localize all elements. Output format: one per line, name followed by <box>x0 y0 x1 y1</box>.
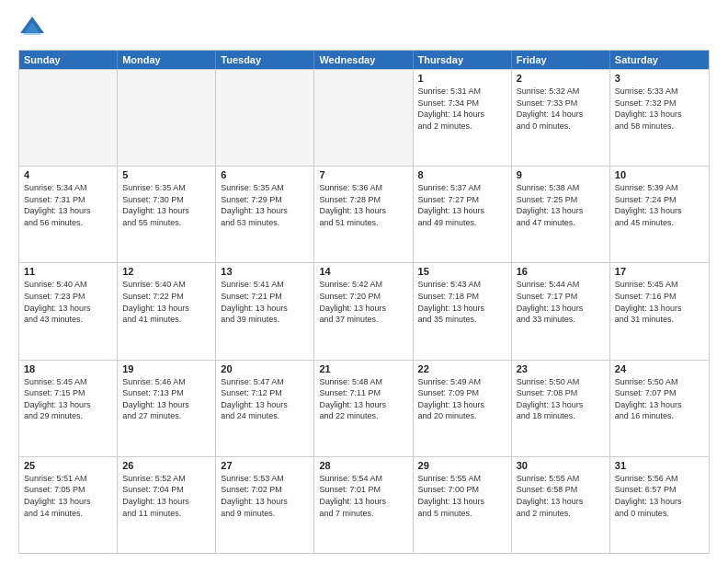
day-number: 8 <box>418 169 506 180</box>
day-number: 5 <box>122 169 210 180</box>
day-info: Sunrise: 5:40 AM Sunset: 7:23 PM Dayligh… <box>24 279 112 325</box>
calendar: SundayMondayTuesdayWednesdayThursdayFrid… <box>18 50 710 554</box>
day-info: Sunrise: 5:45 AM Sunset: 7:16 PM Dayligh… <box>615 279 704 325</box>
day-info: Sunrise: 5:35 AM Sunset: 7:29 PM Dayligh… <box>221 182 309 228</box>
calendar-cell: 11Sunrise: 5:40 AM Sunset: 7:23 PM Dayli… <box>19 263 118 359</box>
day-number: 16 <box>517 266 605 277</box>
calendar-cell: 22Sunrise: 5:49 AM Sunset: 7:09 PM Dayli… <box>414 361 512 456</box>
day-number: 30 <box>517 460 605 471</box>
day-info: Sunrise: 5:42 AM Sunset: 7:20 PM Dayligh… <box>319 279 407 325</box>
calendar-cell: 30Sunrise: 5:55 AM Sunset: 6:58 PM Dayli… <box>512 457 610 553</box>
day-info: Sunrise: 5:39 AM Sunset: 7:24 PM Dayligh… <box>615 182 704 228</box>
day-info: Sunrise: 5:48 AM Sunset: 7:11 PM Dayligh… <box>319 376 407 422</box>
day-number: 2 <box>517 73 605 84</box>
day-info: Sunrise: 5:52 AM Sunset: 7:04 PM Dayligh… <box>122 473 210 519</box>
calendar-cell: 10Sunrise: 5:39 AM Sunset: 7:24 PM Dayli… <box>610 167 709 262</box>
calendar-row: 4Sunrise: 5:34 AM Sunset: 7:31 PM Daylig… <box>19 166 709 262</box>
day-number: 19 <box>122 363 210 374</box>
weekday-header: Monday <box>118 51 216 69</box>
day-number: 10 <box>615 169 704 180</box>
calendar-cell <box>19 70 118 166</box>
day-number: 25 <box>24 460 112 471</box>
day-info: Sunrise: 5:56 AM Sunset: 6:57 PM Dayligh… <box>615 473 704 519</box>
day-number: 17 <box>615 266 704 277</box>
day-info: Sunrise: 5:40 AM Sunset: 7:22 PM Dayligh… <box>122 279 210 325</box>
calendar-cell: 23Sunrise: 5:50 AM Sunset: 7:08 PM Dayli… <box>512 361 610 456</box>
calendar-cell: 28Sunrise: 5:54 AM Sunset: 7:01 PM Dayli… <box>314 457 413 553</box>
day-info: Sunrise: 5:55 AM Sunset: 6:58 PM Dayligh… <box>517 473 605 519</box>
day-info: Sunrise: 5:34 AM Sunset: 7:31 PM Dayligh… <box>24 182 112 228</box>
calendar-cell: 1Sunrise: 5:31 AM Sunset: 7:34 PM Daylig… <box>414 70 512 166</box>
day-number: 22 <box>418 363 506 374</box>
calendar-cell: 2Sunrise: 5:32 AM Sunset: 7:33 PM Daylig… <box>512 70 610 166</box>
day-info: Sunrise: 5:43 AM Sunset: 7:18 PM Dayligh… <box>418 279 506 325</box>
day-number: 15 <box>418 266 506 277</box>
calendar-body: 1Sunrise: 5:31 AM Sunset: 7:34 PM Daylig… <box>19 69 709 553</box>
day-number: 11 <box>24 266 112 277</box>
day-info: Sunrise: 5:35 AM Sunset: 7:30 PM Dayligh… <box>122 182 210 228</box>
calendar-cell: 13Sunrise: 5:41 AM Sunset: 7:21 PM Dayli… <box>216 263 314 359</box>
calendar-cell: 6Sunrise: 5:35 AM Sunset: 7:29 PM Daylig… <box>216 167 314 262</box>
logo <box>18 15 50 42</box>
day-number: 7 <box>319 169 407 180</box>
calendar-cell: 16Sunrise: 5:44 AM Sunset: 7:17 PM Dayli… <box>512 263 610 359</box>
day-info: Sunrise: 5:46 AM Sunset: 7:13 PM Dayligh… <box>122 376 210 422</box>
weekday-header: Saturday <box>610 51 709 69</box>
calendar-cell: 17Sunrise: 5:45 AM Sunset: 7:16 PM Dayli… <box>610 263 709 359</box>
calendar-cell: 18Sunrise: 5:45 AM Sunset: 7:15 PM Dayli… <box>19 361 118 456</box>
day-number: 12 <box>122 266 210 277</box>
calendar-cell: 19Sunrise: 5:46 AM Sunset: 7:13 PM Dayli… <box>118 361 216 456</box>
day-number: 27 <box>221 460 309 471</box>
calendar-cell: 15Sunrise: 5:43 AM Sunset: 7:18 PM Dayli… <box>414 263 512 359</box>
day-info: Sunrise: 5:32 AM Sunset: 7:33 PM Dayligh… <box>517 86 605 132</box>
calendar-row: 1Sunrise: 5:31 AM Sunset: 7:34 PM Daylig… <box>19 69 709 166</box>
day-number: 23 <box>517 363 605 374</box>
calendar-row: 18Sunrise: 5:45 AM Sunset: 7:15 PM Dayli… <box>19 360 709 456</box>
day-number: 29 <box>418 460 506 471</box>
day-info: Sunrise: 5:51 AM Sunset: 7:05 PM Dayligh… <box>24 473 112 519</box>
day-info: Sunrise: 5:37 AM Sunset: 7:27 PM Dayligh… <box>418 182 506 228</box>
day-info: Sunrise: 5:50 AM Sunset: 7:08 PM Dayligh… <box>517 376 605 422</box>
weekday-header: Sunday <box>19 51 118 69</box>
calendar-cell: 26Sunrise: 5:52 AM Sunset: 7:04 PM Dayli… <box>118 457 216 553</box>
calendar-cell <box>118 70 216 166</box>
calendar-cell <box>314 70 413 166</box>
day-number: 20 <box>221 363 309 374</box>
day-info: Sunrise: 5:53 AM Sunset: 7:02 PM Dayligh… <box>221 473 309 519</box>
calendar-cell: 24Sunrise: 5:50 AM Sunset: 7:07 PM Dayli… <box>610 361 709 456</box>
calendar-cell: 25Sunrise: 5:51 AM Sunset: 7:05 PM Dayli… <box>19 457 118 553</box>
day-info: Sunrise: 5:49 AM Sunset: 7:09 PM Dayligh… <box>418 376 506 422</box>
calendar-cell: 27Sunrise: 5:53 AM Sunset: 7:02 PM Dayli… <box>216 457 314 553</box>
calendar-cell <box>216 70 314 166</box>
day-info: Sunrise: 5:45 AM Sunset: 7:15 PM Dayligh… <box>24 376 112 422</box>
day-info: Sunrise: 5:36 AM Sunset: 7:28 PM Dayligh… <box>319 182 407 228</box>
calendar-cell: 5Sunrise: 5:35 AM Sunset: 7:30 PM Daylig… <box>118 167 216 262</box>
day-number: 3 <box>615 73 704 84</box>
weekday-header: Thursday <box>414 51 512 69</box>
day-number: 21 <box>319 363 407 374</box>
day-info: Sunrise: 5:41 AM Sunset: 7:21 PM Dayligh… <box>221 279 309 325</box>
calendar-row: 25Sunrise: 5:51 AM Sunset: 7:05 PM Dayli… <box>19 456 709 553</box>
day-info: Sunrise: 5:47 AM Sunset: 7:12 PM Dayligh… <box>221 376 309 422</box>
calendar-cell: 4Sunrise: 5:34 AM Sunset: 7:31 PM Daylig… <box>19 167 118 262</box>
weekday-header: Wednesday <box>314 51 413 69</box>
day-number: 6 <box>221 169 309 180</box>
calendar-cell: 8Sunrise: 5:37 AM Sunset: 7:27 PM Daylig… <box>414 167 512 262</box>
calendar-cell: 12Sunrise: 5:40 AM Sunset: 7:22 PM Dayli… <box>118 263 216 359</box>
day-number: 28 <box>319 460 407 471</box>
weekday-header: Tuesday <box>216 51 314 69</box>
day-number: 4 <box>24 169 112 180</box>
day-number: 24 <box>615 363 704 374</box>
day-info: Sunrise: 5:50 AM Sunset: 7:07 PM Dayligh… <box>615 376 704 422</box>
calendar-cell: 20Sunrise: 5:47 AM Sunset: 7:12 PM Dayli… <box>216 361 314 456</box>
day-info: Sunrise: 5:33 AM Sunset: 7:32 PM Dayligh… <box>615 86 704 132</box>
calendar-cell: 9Sunrise: 5:38 AM Sunset: 7:25 PM Daylig… <box>512 167 610 262</box>
calendar-cell: 7Sunrise: 5:36 AM Sunset: 7:28 PM Daylig… <box>314 167 413 262</box>
calendar-cell: 14Sunrise: 5:42 AM Sunset: 7:20 PM Dayli… <box>314 263 413 359</box>
day-number: 14 <box>319 266 407 277</box>
day-info: Sunrise: 5:55 AM Sunset: 7:00 PM Dayligh… <box>418 473 506 519</box>
day-info: Sunrise: 5:54 AM Sunset: 7:01 PM Dayligh… <box>319 473 407 519</box>
calendar-cell: 29Sunrise: 5:55 AM Sunset: 7:00 PM Dayli… <box>414 457 512 553</box>
header <box>18 15 710 42</box>
calendar-cell: 3Sunrise: 5:33 AM Sunset: 7:32 PM Daylig… <box>610 70 709 166</box>
